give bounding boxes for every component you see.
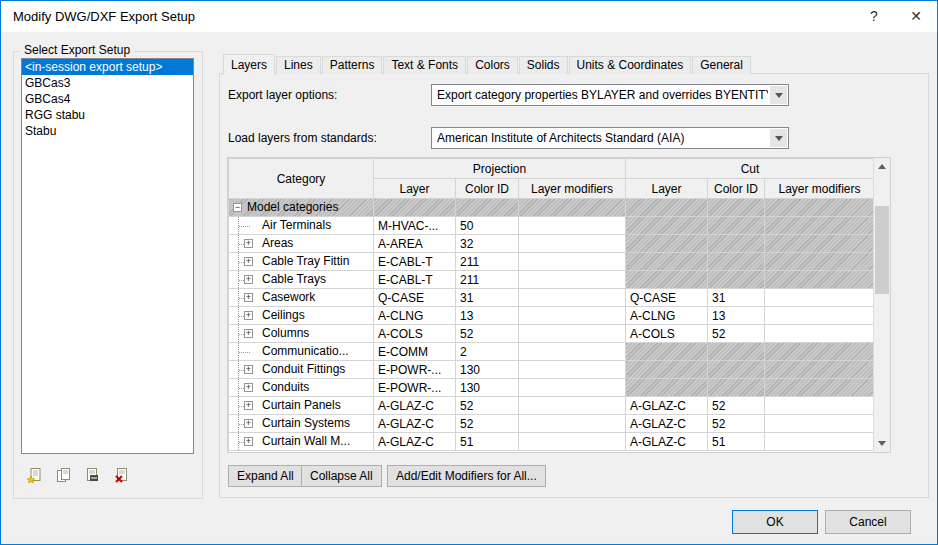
expand-toggle-icon[interactable]: +: [244, 419, 253, 428]
cut-colorid-cell[interactable]: 51: [708, 433, 765, 451]
tab-layers[interactable]: Layers: [223, 54, 275, 75]
projection-colorid-cell[interactable]: 50: [456, 217, 519, 235]
projection-colorid-cell[interactable]: 130: [456, 379, 519, 397]
export-layer-options-dropdown[interactable]: Export category properties BYLAYER and o…: [431, 84, 789, 106]
projection-modifiers-cell[interactable]: [519, 397, 626, 415]
projection-modifiers-cell[interactable]: [519, 253, 626, 271]
projection-layer-cell[interactable]: E-COMM: [374, 343, 456, 361]
projection-layer-cell[interactable]: A-GLAZ-C: [374, 397, 456, 415]
vertical-scrollbar[interactable]: [873, 158, 890, 452]
export-setup-list-item[interactable]: RGG stabu: [22, 107, 193, 123]
projection-colorid-cell[interactable]: 32: [456, 235, 519, 253]
cut-modifiers-cell[interactable]: [765, 289, 875, 307]
cut-layer-cell[interactable]: A-CLNG: [626, 307, 708, 325]
projection-modifiers-cell[interactable]: [519, 325, 626, 343]
cut-modifiers-cell[interactable]: [765, 253, 875, 271]
expand-toggle-icon[interactable]: +: [244, 383, 253, 392]
cut-colorid-cell[interactable]: [708, 253, 765, 271]
export-setup-list-item[interactable]: GBCas4: [22, 91, 193, 107]
rename-export-setup-button[interactable]: [83, 466, 102, 485]
tab-text-fonts[interactable]: Text & Fonts: [383, 56, 466, 74]
cut-colorid-cell[interactable]: [708, 235, 765, 253]
cut-colorid-cell[interactable]: [708, 199, 765, 217]
projection-modifiers-cell[interactable]: [519, 271, 626, 289]
tab-colors[interactable]: Colors: [467, 56, 518, 74]
cut-colorid-cell[interactable]: 13: [708, 307, 765, 325]
cut-layer-cell[interactable]: A-GLAZ-C: [626, 397, 708, 415]
cut-modifiers-cell[interactable]: [765, 235, 875, 253]
projection-colorid-cell[interactable]: 211: [456, 271, 519, 289]
expand-toggle-icon[interactable]: +: [244, 257, 253, 266]
projection-layer-cell[interactable]: A-AREA: [374, 235, 456, 253]
dropdown-arrow[interactable]: [770, 86, 787, 104]
cut-modifiers-cell[interactable]: [765, 271, 875, 289]
export-setup-list-item[interactable]: <in-session export setup>: [22, 59, 193, 75]
cut-modifiers-cell[interactable]: [765, 343, 875, 361]
scroll-down-button[interactable]: [874, 435, 890, 452]
collapse-all-button[interactable]: Collapse All: [301, 465, 382, 487]
cut-modifiers-cell[interactable]: [765, 325, 875, 343]
cut-layer-cell[interactable]: A-GLAZ-C: [626, 433, 708, 451]
expand-toggle-icon[interactable]: +: [244, 401, 253, 410]
export-setup-list[interactable]: <in-session export setup>GBCas3GBCas4RGG…: [21, 58, 194, 454]
projection-layer-cell[interactable]: [374, 199, 456, 217]
cut-colorid-cell[interactable]: [708, 343, 765, 361]
close-button[interactable]: ✕: [895, 1, 937, 32]
projection-colorid-cell[interactable]: [456, 199, 519, 217]
projection-layer-cell[interactable]: A-COLS: [374, 325, 456, 343]
cut-colorid-cell[interactable]: 52: [708, 325, 765, 343]
tab-general[interactable]: General: [692, 56, 751, 74]
cut-layer-cell[interactable]: [626, 217, 708, 235]
cut-colorid-cell[interactable]: [708, 217, 765, 235]
cut-colorid-cell[interactable]: 52: [708, 397, 765, 415]
expand-toggle-icon[interactable]: +: [244, 437, 253, 446]
cut-layer-cell[interactable]: [626, 361, 708, 379]
cut-colorid-cell[interactable]: [708, 361, 765, 379]
expand-toggle-icon[interactable]: +: [244, 329, 253, 338]
projection-modifiers-cell[interactable]: [519, 217, 626, 235]
scroll-up-button[interactable]: [874, 158, 890, 175]
projection-colorid-cell[interactable]: 51: [456, 433, 519, 451]
projection-modifiers-cell[interactable]: [519, 433, 626, 451]
scrollbar-thumb[interactable]: [875, 206, 889, 294]
projection-colorid-cell[interactable]: 130: [456, 361, 519, 379]
cut-colorid-cell[interactable]: 52: [708, 415, 765, 433]
projection-layer-cell[interactable]: A-CLNG: [374, 307, 456, 325]
cut-colorid-cell[interactable]: [708, 271, 765, 289]
projection-colorid-cell[interactable]: 2: [456, 343, 519, 361]
help-button[interactable]: ?: [853, 1, 895, 32]
projection-colorid-cell[interactable]: 31: [456, 289, 519, 307]
projection-modifiers-cell[interactable]: [519, 379, 626, 397]
projection-modifiers-cell[interactable]: [519, 289, 626, 307]
delete-export-setup-button[interactable]: [112, 466, 131, 485]
cut-layer-cell[interactable]: [626, 271, 708, 289]
projection-modifiers-cell[interactable]: [519, 199, 626, 217]
cut-layer-cell[interactable]: A-GLAZ-C: [626, 415, 708, 433]
cut-modifiers-cell[interactable]: [765, 433, 875, 451]
tab-patterns[interactable]: Patterns: [322, 56, 383, 74]
cut-layer-cell[interactable]: [626, 253, 708, 271]
projection-layer-cell[interactable]: E-POWR-...: [374, 379, 456, 397]
cut-modifiers-cell[interactable]: [765, 361, 875, 379]
projection-colorid-cell[interactable]: 52: [456, 397, 519, 415]
cut-layer-cell[interactable]: [626, 379, 708, 397]
cut-layer-cell[interactable]: [626, 343, 708, 361]
expand-all-button[interactable]: Expand All: [228, 465, 303, 487]
tab-lines[interactable]: Lines: [276, 56, 321, 74]
cut-layer-cell[interactable]: [626, 235, 708, 253]
expand-toggle-icon[interactable]: +: [244, 239, 253, 248]
ok-button[interactable]: OK: [732, 510, 818, 534]
cut-modifiers-cell[interactable]: [765, 415, 875, 433]
cut-modifiers-cell[interactable]: [765, 307, 875, 325]
expand-toggle-icon[interactable]: +: [244, 365, 253, 374]
projection-colorid-cell[interactable]: 13: [456, 307, 519, 325]
projection-layer-cell[interactable]: E-CABL-T: [374, 271, 456, 289]
projection-colorid-cell[interactable]: 52: [456, 325, 519, 343]
export-setup-list-item[interactable]: GBCas3: [22, 75, 193, 91]
new-export-setup-button[interactable]: [25, 466, 44, 485]
projection-modifiers-cell[interactable]: [519, 415, 626, 433]
cut-layer-cell[interactable]: A-COLS: [626, 325, 708, 343]
export-setup-list-item[interactable]: Stabu: [22, 123, 193, 139]
expand-toggle-icon[interactable]: +: [244, 293, 253, 302]
expand-toggle-icon[interactable]: +: [244, 275, 253, 284]
